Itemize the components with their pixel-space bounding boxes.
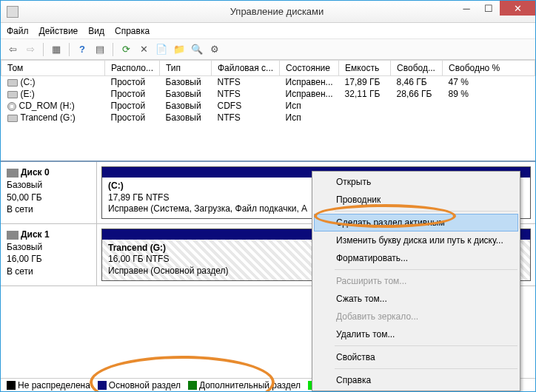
menu-help[interactable]: Справка (115, 26, 150, 36)
menu-action[interactable]: Действие (39, 26, 78, 36)
legend-primary: Основной раздел (109, 380, 181, 391)
legend-extended: Дополнительный раздел (199, 380, 301, 391)
minimize-button[interactable]: ─ (455, 1, 478, 16)
ctx-properties[interactable]: Свойства (314, 348, 518, 366)
table-row[interactable]: CD_ROM (H:)ПростойБазовыйCDFSИсп (1, 100, 535, 112)
close-button[interactable]: ✕ (500, 1, 535, 16)
ctx-shrink[interactable]: Сжать том... (314, 290, 518, 308)
ctx-open[interactable]: Открыть (314, 173, 518, 191)
menu-view[interactable]: Вид (88, 26, 104, 36)
disc-icon (7, 102, 16, 111)
col-freepct[interactable]: Свободно % (443, 61, 535, 76)
forward-icon[interactable]: ⇨ (23, 42, 38, 57)
legend-unalloc: Не распределена (18, 380, 90, 391)
col-status[interactable]: Состояние (280, 61, 339, 76)
drive-icon (7, 115, 18, 122)
ctx-format[interactable]: Форматировать... (314, 249, 518, 267)
settings-icon[interactable]: ⚙ (207, 42, 222, 57)
table-row[interactable]: (C:)ПростойБазовыйNTFSИсправен...17,89 Г… (1, 76, 535, 89)
search-icon[interactable]: 🔍 (190, 42, 204, 57)
volumes-table[interactable]: Том Располо... Тип Файловая с... Состоян… (1, 60, 535, 124)
ctx-mirror: Добавить зеркало... (314, 308, 518, 325)
back-icon[interactable]: ⇦ (5, 42, 20, 57)
ctx-extend: Расширить том... (314, 272, 518, 290)
col-type[interactable]: Тип (160, 61, 212, 76)
maximize-button[interactable]: ☐ (478, 1, 500, 16)
folder-icon[interactable]: 📁 (172, 42, 187, 57)
content-area: Том Располо... Тип Файловая с... Состоян… (1, 60, 535, 378)
ctx-delete[interactable]: Удалить том... (314, 325, 518, 343)
col-volume[interactable]: Том (1, 61, 105, 76)
disk-icon (7, 169, 19, 178)
toolbar: ⇦ ⇨ ▦ ? ▤ ⟳ ✕ 📄 📁 🔍 ⚙ (1, 39, 535, 60)
col-capacity[interactable]: Емкость (339, 61, 391, 76)
delete-icon[interactable]: ✕ (136, 42, 151, 57)
disk-icon (7, 231, 19, 240)
col-layout[interactable]: Располо... (105, 61, 160, 76)
table-row[interactable]: (E:)ПростойБазовыйNTFSИсправен...32,11 Г… (1, 88, 535, 100)
properties-icon[interactable]: 📄 (154, 42, 169, 57)
drive-icon (7, 91, 18, 98)
ctx-change-letter[interactable]: Изменить букву диска или путь к диску... (314, 232, 518, 249)
table-row[interactable]: Trancend (G:)ПростойБазовыйNTFSИсп (1, 112, 535, 124)
panel-icon[interactable]: ▦ (49, 42, 64, 57)
ctx-explorer[interactable]: Проводник (314, 191, 518, 209)
col-fs[interactable]: Файловая с... (212, 61, 280, 76)
ctx-make-active[interactable]: Сделать раздел активным (314, 214, 518, 232)
drive-icon (7, 79, 18, 87)
menu-file[interactable]: Файл (7, 26, 29, 36)
ctx-help[interactable]: Справка (314, 371, 518, 389)
help-icon[interactable]: ? (75, 42, 90, 57)
list-icon[interactable]: ▤ (93, 42, 107, 57)
app-icon (7, 6, 19, 18)
menu-bar: Файл Действие Вид Справка (1, 23, 535, 39)
context-menu: Открыть Проводник Сделать раздел активны… (312, 171, 520, 391)
title-bar: Управление дисками ─ ☐ ✕ (1, 1, 535, 23)
col-free[interactable]: Свобод... (391, 61, 443, 76)
refresh-icon[interactable]: ⟳ (118, 42, 133, 57)
